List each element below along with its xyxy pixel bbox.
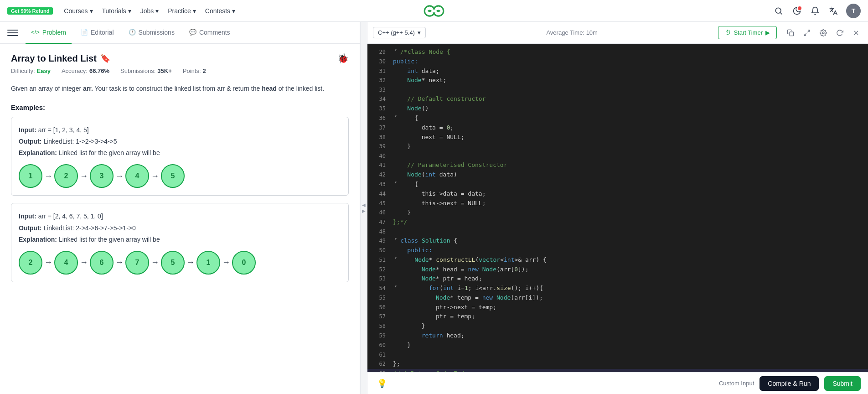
table-row[interactable]: 31 int data; bbox=[367, 67, 868, 76]
line-number: 48 bbox=[371, 227, 386, 236]
bug-icon[interactable]: 🐞 bbox=[337, 53, 349, 64]
table-row[interactable]: 37 data = 0; bbox=[367, 123, 868, 133]
table-row[interactable]: 51▾ Node* constructLL(vector<int>& arr) … bbox=[367, 255, 868, 265]
table-row[interactable]: 34 // Default constructor bbox=[367, 94, 868, 104]
code-content: ptr = temp; bbox=[393, 312, 864, 321]
svg-rect-4 bbox=[790, 32, 794, 36]
nav-jobs[interactable]: Jobs ▾ bbox=[137, 5, 163, 17]
table-row[interactable]: 40 bbox=[367, 151, 868, 161]
example2-output: Output: LinkedList: 2->4->6->7->5->1->0 bbox=[19, 223, 341, 234]
arrow-icon: → bbox=[151, 171, 159, 181]
nav-practice[interactable]: Practice ▾ bbox=[164, 5, 200, 17]
fold-icon[interactable]: ▾ bbox=[393, 47, 398, 53]
lightbulb-icon[interactable]: 💡 bbox=[375, 376, 389, 391]
table-row[interactable]: 42 Node(int data) bbox=[367, 170, 868, 180]
submit-button[interactable]: Submit bbox=[824, 376, 861, 391]
table-row[interactable]: 56 ptr->next = temp; bbox=[367, 303, 868, 312]
hamburger-menu[interactable] bbox=[7, 27, 18, 38]
table-row[interactable]: 30public: bbox=[367, 57, 868, 67]
code-content: Node* ptr = head; bbox=[393, 274, 864, 284]
close-icon[interactable] bbox=[850, 26, 863, 39]
table-row[interactable]: 46 } bbox=[367, 208, 868, 218]
table-row[interactable]: 33 bbox=[367, 85, 868, 94]
theme-toggle-icon[interactable] bbox=[791, 5, 802, 16]
promo-badge[interactable]: Get 90% Refund bbox=[7, 7, 53, 15]
svg-line-5 bbox=[807, 30, 810, 32]
tab-problem[interactable]: </> Problem bbox=[26, 22, 72, 44]
fold-icon[interactable]: ▾ bbox=[393, 255, 398, 261]
list-item: 6 bbox=[90, 251, 114, 275]
bookmark-icon[interactable]: 🔖 bbox=[100, 53, 110, 63]
nav-courses[interactable]: Courses ▾ bbox=[60, 5, 96, 17]
code-editor[interactable]: 29▾/*class Node {30public:31 int data;32… bbox=[367, 44, 868, 372]
arrow-icon: → bbox=[186, 258, 195, 267]
table-row[interactable]: 36▾ { bbox=[367, 114, 868, 123]
nav-contests[interactable]: Contests ▾ bbox=[202, 5, 239, 17]
code-content: Node* temp = new Node(arr[i]); bbox=[393, 293, 864, 303]
fold-icon[interactable]: ▾ bbox=[393, 180, 398, 185]
copy-icon[interactable] bbox=[784, 26, 797, 39]
line-number: 42 bbox=[371, 170, 386, 179]
table-row[interactable]: 47};*/ bbox=[367, 218, 868, 227]
table-row[interactable]: 38 next = NULL; bbox=[367, 133, 868, 142]
example2-input: Input: arr = [2, 4, 6, 7, 5, 1, 0] bbox=[19, 211, 341, 222]
list-item: 5 bbox=[161, 164, 185, 188]
code-content: ptr->next = temp; bbox=[393, 303, 864, 312]
fold-icon[interactable]: ▾ bbox=[393, 114, 398, 119]
line-number: 30 bbox=[371, 57, 386, 66]
line-number: 61 bbox=[371, 350, 386, 359]
table-row[interactable]: 32 Node* next; bbox=[367, 76, 868, 85]
table-row[interactable]: 50 public: bbox=[367, 246, 868, 255]
fold-icon[interactable]: ▾ bbox=[393, 284, 398, 289]
language-selector[interactable]: C++ (g++ 5.4) ▾ bbox=[373, 27, 426, 38]
arrow-icon: → bbox=[44, 258, 52, 267]
tab-editorial[interactable]: 📄 Editorial bbox=[75, 22, 119, 44]
notification-icon[interactable] bbox=[810, 5, 821, 16]
table-row[interactable]: 41 // Parameterised Constructor bbox=[367, 161, 868, 170]
nav-tutorials[interactable]: Tutorials ▾ bbox=[98, 5, 135, 17]
custom-input-button[interactable]: Custom Input bbox=[719, 380, 754, 387]
refresh-icon[interactable] bbox=[833, 26, 846, 39]
line-number: 51 bbox=[371, 255, 386, 264]
table-row[interactable]: 44 this->data = data; bbox=[367, 189, 868, 199]
table-row[interactable]: 57 ptr = temp; bbox=[367, 312, 868, 321]
table-row[interactable]: 29▾/*class Node { bbox=[367, 47, 868, 57]
code-content: this->next = NULL; bbox=[393, 199, 864, 208]
table-row[interactable]: 45 this->next = NULL; bbox=[367, 199, 868, 208]
table-row[interactable]: 60 } bbox=[367, 341, 868, 350]
start-timer-button[interactable]: ⏱ Start Timer ▶ bbox=[718, 26, 777, 39]
search-icon[interactable] bbox=[773, 5, 784, 16]
table-row[interactable]: 53 Node* ptr = head; bbox=[367, 274, 868, 284]
problem-content: Array to Linked List 🔖 🐞 Difficulty: Eas… bbox=[0, 44, 360, 394]
site-logo[interactable] bbox=[423, 4, 445, 18]
table-row[interactable]: 54▾ for(int i=1; i<arr.size(); i++){ bbox=[367, 284, 868, 293]
chevron-down-icon: ▾ bbox=[418, 29, 421, 36]
difficulty-item: Difficulty: Easy bbox=[11, 67, 51, 74]
expand-icon[interactable] bbox=[801, 26, 813, 39]
table-row[interactable]: 59 return head; bbox=[367, 331, 868, 341]
table-row[interactable]: 43▾ { bbox=[367, 180, 868, 189]
fold-icon[interactable]: ▾ bbox=[393, 236, 398, 242]
arrow-icon: → bbox=[222, 258, 230, 267]
compile-run-button[interactable]: Compile & Run bbox=[760, 376, 819, 391]
list-item: 4 bbox=[54, 251, 78, 275]
line-number: 29 bbox=[371, 47, 386, 57]
table-row[interactable]: 63// } Driver Code Ends bbox=[367, 369, 868, 372]
tab-comments[interactable]: 💬 Comments bbox=[184, 22, 236, 44]
tab-submissions[interactable]: 🕐 Submissions bbox=[123, 22, 180, 44]
chevron-down-icon: ▾ bbox=[232, 7, 235, 15]
settings-icon[interactable] bbox=[817, 26, 830, 39]
table-row[interactable]: 58 } bbox=[367, 321, 868, 331]
table-row[interactable]: 48 bbox=[367, 227, 868, 236]
table-row[interactable]: 49▾class Solution { bbox=[367, 236, 868, 246]
panel-divider[interactable]: ◀ ▶ bbox=[360, 22, 367, 394]
table-row[interactable]: 39 } bbox=[367, 142, 868, 151]
translate-icon[interactable] bbox=[828, 5, 839, 16]
table-row[interactable]: 35 Node() bbox=[367, 104, 868, 114]
table-row[interactable]: 61 bbox=[367, 350, 868, 359]
table-row[interactable]: 62}; bbox=[367, 359, 868, 369]
table-row[interactable]: 52 Node* head = new Node(arr[0]); bbox=[367, 265, 868, 275]
user-avatar[interactable]: T bbox=[846, 4, 861, 18]
table-row[interactable]: 55 Node* temp = new Node(arr[i]); bbox=[367, 293, 868, 303]
line-number: 39 bbox=[371, 142, 386, 151]
